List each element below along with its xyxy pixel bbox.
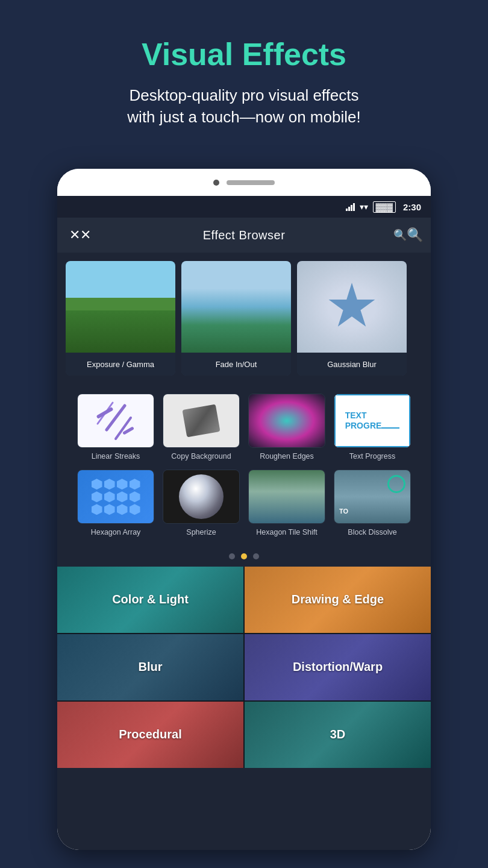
spherize-name: Spherize xyxy=(186,527,216,537)
effect-row-1: Linear Streaks Copy Background xyxy=(66,394,422,461)
hex-cell xyxy=(104,504,115,515)
horizontal-scroll[interactable]: Exposure / Gamma Fade In/Out Gaussian Bl… xyxy=(57,253,431,384)
svg-line-1 xyxy=(116,418,131,439)
exposure-label: Exposure / Gamma xyxy=(66,353,175,376)
hexshift-name: Hexagon Tile Shift xyxy=(256,527,317,537)
blockdissolve-thumb-img: TO xyxy=(334,470,410,523)
fade-thumbnail xyxy=(181,261,291,353)
linear-name: Linear Streaks xyxy=(92,451,140,461)
category-color-light-label: Color & Light xyxy=(112,593,189,606)
category-blur[interactable]: Blur xyxy=(57,634,243,700)
text-prog-inner: TEXTPROGRE xyxy=(343,408,402,433)
effect-item-copy[interactable]: Copy Background xyxy=(161,394,241,461)
roughen-name: Roughen Edges xyxy=(260,451,314,461)
spherize-thumb xyxy=(163,470,240,524)
battery-icon: ▓▓▓ xyxy=(373,201,396,213)
sphere-shape xyxy=(179,474,224,519)
text-name: Text Progress xyxy=(349,451,395,461)
exposure-thumbnail xyxy=(66,261,175,353)
wifi-icon: ▾▾ xyxy=(360,202,368,212)
effect-card-gaussian[interactable]: Gaussian Blur xyxy=(297,261,407,376)
linear-streaks-svg xyxy=(92,397,140,445)
text-thumb-img: TEXTPROGRE xyxy=(334,394,410,447)
hex-cell xyxy=(92,479,102,489)
hex-grid xyxy=(92,479,140,515)
hexshift-thumb-img xyxy=(249,470,325,523)
text-thumb: TEXTPROGRE xyxy=(334,394,411,448)
effect-grid: Linear Streaks Copy Background xyxy=(57,384,431,551)
effect-item-roughen[interactable]: Roughen Edges xyxy=(247,394,327,461)
effect-item-hexshift[interactable]: Hexagon Tile Shift xyxy=(247,470,327,537)
pagination xyxy=(57,551,431,567)
hex-cell xyxy=(92,491,102,502)
hex-cell xyxy=(130,479,140,489)
roughen-thumb-img xyxy=(249,394,325,447)
hex-cell xyxy=(117,504,128,515)
header-section: Visual Effects Desktop-quality pro visua… xyxy=(0,0,488,153)
effect-item-text[interactable]: TEXTPROGRE Text Progress xyxy=(333,394,412,461)
page-dot-3[interactable] xyxy=(253,553,259,559)
fade-label: Fade In/Out xyxy=(181,353,291,376)
signal-icon xyxy=(346,203,355,211)
dissolve-circle xyxy=(387,475,405,493)
status-bar: ▾▾ ▓▓▓ 2:30 xyxy=(57,196,431,218)
dissolve-text: TO xyxy=(339,508,348,515)
linear-thumb xyxy=(77,394,154,448)
category-procedural[interactable]: Procedural xyxy=(57,702,243,768)
category-drawing[interactable]: Drawing & Edge xyxy=(245,567,431,633)
phone-mockup: ▾▾ ▓▓▓ 2:30 ✕ Effect Browser 🔍 Exposure … xyxy=(57,169,431,850)
category-blur-label: Blur xyxy=(139,660,163,674)
status-time: 2:30 xyxy=(403,202,421,212)
phone-top-bar xyxy=(57,169,431,196)
hex-cell xyxy=(130,491,140,502)
hex-cell xyxy=(104,491,115,502)
close-button[interactable]: ✕ xyxy=(69,224,91,246)
effect-item-spherize[interactable]: Spherize xyxy=(161,470,241,537)
page-dot-1[interactable] xyxy=(229,553,235,559)
svg-line-2 xyxy=(98,403,113,424)
effect-item-hexarray[interactable]: Hexagon Array xyxy=(76,470,155,537)
linear-thumb-img xyxy=(78,394,154,447)
hexshift-thumb xyxy=(248,470,325,524)
category-distortion[interactable]: Distortion/Warp xyxy=(245,634,431,700)
category-3d-label: 3D xyxy=(330,728,346,741)
screen-title: Effect Browser xyxy=(203,228,286,242)
hexarray-thumb-img xyxy=(78,470,154,523)
category-color-light[interactable]: Color & Light xyxy=(57,567,243,633)
svg-line-0 xyxy=(107,406,125,430)
blockdissolve-name: Block Dissolve xyxy=(348,527,396,537)
roughen-thumb xyxy=(248,394,325,448)
page-dot-2[interactable] xyxy=(241,553,247,559)
top-bar: ✕ Effect Browser 🔍 xyxy=(57,218,431,253)
category-distortion-label: Distortion/Warp xyxy=(293,660,383,674)
category-grid: Color & Light Drawing & Edge Blur Distor… xyxy=(57,567,431,768)
hex-cell xyxy=(130,504,140,515)
effect-card-fade[interactable]: Fade In/Out xyxy=(181,261,291,376)
hexarray-thumb xyxy=(77,470,154,524)
effect-item-blockdissolve[interactable]: TO Block Dissolve xyxy=(333,470,412,537)
hexarray-name: Hexagon Array xyxy=(91,527,141,537)
gaussian-thumbnail xyxy=(297,261,407,353)
category-3d[interactable]: 3D xyxy=(245,702,431,768)
page-subtitle: Desktop-quality pro visual effectswith j… xyxy=(36,84,452,128)
category-procedural-label: Procedural xyxy=(119,728,181,741)
hex-cell xyxy=(92,504,102,515)
search-button[interactable]: 🔍 xyxy=(397,224,419,246)
page-title: Visual Effects xyxy=(36,36,452,72)
category-drawing-label: Drawing & Edge xyxy=(292,593,384,606)
copy-name: Copy Background xyxy=(171,451,231,461)
phone-screen: ▾▾ ▓▓▓ 2:30 ✕ Effect Browser 🔍 Exposure … xyxy=(57,196,431,850)
copy-thumb xyxy=(163,394,240,448)
copy-shape xyxy=(182,404,220,437)
star-decoration xyxy=(328,283,376,331)
hex-cell xyxy=(104,479,115,489)
hex-cell xyxy=(117,491,128,502)
phone-dot xyxy=(213,180,219,186)
hex-cell xyxy=(117,479,128,489)
phone-speaker xyxy=(227,180,275,185)
effect-row-2: Hexagon Array Spherize Hexag xyxy=(66,470,422,537)
effect-card-exposure[interactable]: Exposure / Gamma xyxy=(66,261,175,376)
effect-item-linear[interactable]: Linear Streaks xyxy=(76,394,155,461)
blockdissolve-thumb: TO xyxy=(334,470,411,524)
copy-thumb-img xyxy=(163,394,239,447)
